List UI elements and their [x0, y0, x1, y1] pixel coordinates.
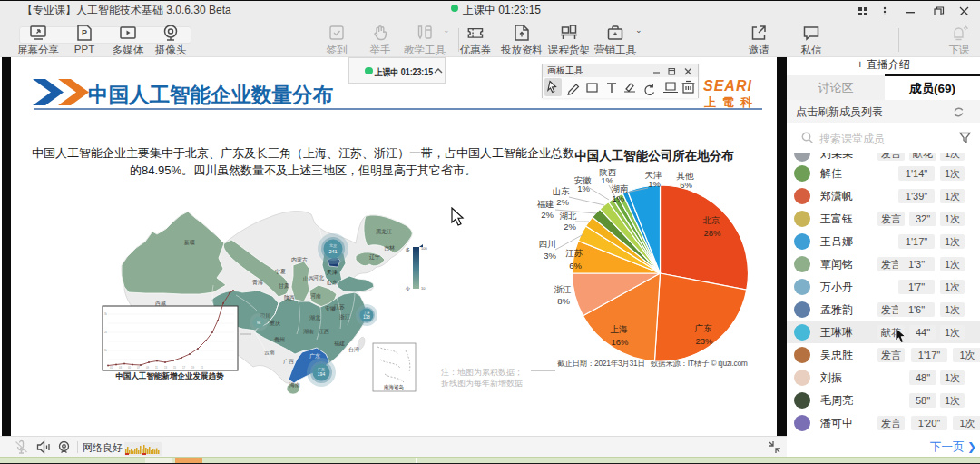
svg-text:13: 13 [164, 366, 168, 370]
svg-text:广东: 广东 [695, 323, 713, 333]
svg-text:01: 01 [110, 366, 113, 370]
svg-text:1%: 1% [648, 179, 661, 189]
svg-text:台湾: 台湾 [348, 346, 359, 353]
svg-text:中国人工智能新增企业发展趋势: 中国人工智能新增企业发展趋势 [116, 371, 225, 380]
svg-text:福建: 福建 [334, 341, 345, 347]
svg-text:甘肃: 甘肃 [279, 283, 289, 289]
svg-text:96: 96 [257, 321, 260, 325]
svg-text:山东: 山东 [327, 279, 338, 285]
svg-text:江苏: 江苏 [334, 303, 345, 310]
svg-text:09: 09 [146, 366, 150, 370]
svg-text:少: 少 [406, 286, 411, 291]
svg-text:07: 07 [137, 366, 141, 370]
svg-text:四川: 四川 [539, 239, 556, 249]
svg-text:江西: 江西 [318, 329, 329, 335]
svg-text:8%: 8% [557, 296, 570, 306]
svg-text:陕西: 陕西 [284, 294, 295, 301]
svg-text:辽宁: 辽宁 [369, 253, 380, 260]
svg-text:P: P [82, 28, 87, 37]
svg-text:上海: 上海 [611, 324, 629, 334]
svg-text:多: 多 [406, 247, 411, 252]
svg-text:15: 15 [173, 366, 177, 370]
svg-text:1%: 1% [612, 193, 624, 203]
svg-text:194: 194 [318, 371, 326, 377]
svg-text:湖北: 湖北 [309, 314, 320, 321]
svg-text:16%: 16% [611, 337, 629, 347]
svg-text:浙江: 浙江 [554, 284, 572, 294]
svg-text:云南: 云南 [264, 350, 275, 355]
svg-text:新疆: 新疆 [184, 239, 195, 246]
svg-text:17: 17 [182, 366, 186, 370]
svg-text:11: 11 [155, 366, 158, 370]
svg-text:2%: 2% [541, 210, 554, 220]
svg-text:138: 138 [363, 315, 370, 320]
svg-text:南海诸岛: 南海诸岛 [384, 384, 404, 390]
svg-text:2%: 2% [556, 197, 569, 207]
svg-text:10: 10 [421, 286, 426, 291]
svg-text:1%: 1% [577, 183, 590, 193]
svg-text:江苏: 江苏 [565, 248, 584, 258]
svg-text:湖南: 湖南 [303, 329, 314, 334]
svg-text:重庆: 重庆 [269, 320, 280, 326]
svg-text:天津: 天津 [327, 270, 338, 275]
svg-text:21: 21 [201, 366, 204, 370]
svg-text:241: 241 [328, 249, 337, 254]
svg-text:05: 05 [128, 366, 132, 370]
svg-text:吉林: 吉林 [384, 245, 396, 252]
svg-text:湖南: 湖南 [612, 183, 629, 193]
svg-text:河南: 河南 [310, 293, 321, 299]
svg-text:3%: 3% [544, 251, 556, 261]
svg-text:北京: 北京 [703, 215, 721, 225]
svg-text:23%: 23% [695, 336, 713, 346]
svg-text:北京: 北京 [329, 243, 337, 248]
svg-text:湖北: 湖北 [560, 211, 578, 221]
svg-text:山西: 山西 [303, 276, 314, 282]
svg-text:青海: 青海 [252, 280, 263, 285]
svg-text:海南: 海南 [289, 382, 300, 388]
svg-text:广西: 广西 [283, 359, 294, 365]
svg-text:黑龙江: 黑龙江 [376, 229, 392, 234]
svg-text:贵州: 贵州 [274, 337, 285, 343]
svg-text:28%: 28% [703, 228, 721, 238]
svg-text:河北: 河北 [313, 274, 324, 281]
svg-text:浙江: 浙江 [339, 314, 350, 320]
svg-text:6%: 6% [680, 180, 692, 190]
svg-text:内蒙古: 内蒙古 [291, 257, 308, 263]
svg-text:福建: 福建 [537, 199, 554, 209]
svg-text:03: 03 [119, 366, 122, 370]
svg-text:2%: 2% [564, 222, 576, 232]
svg-text:19: 19 [191, 366, 195, 370]
svg-text:6%: 6% [569, 261, 582, 271]
svg-text:广东: 广东 [309, 352, 320, 359]
svg-text:宁夏: 宁夏 [275, 268, 286, 275]
svg-text:山东: 山东 [553, 186, 571, 196]
